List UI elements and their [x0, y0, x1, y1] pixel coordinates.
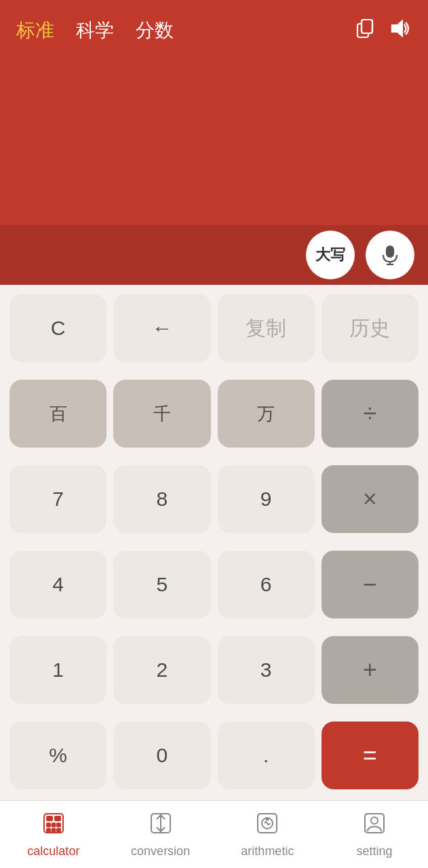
- nav-item-conversion[interactable]: conversion: [107, 801, 214, 868]
- key-4[interactable]: 4: [9, 551, 106, 618]
- key-9[interactable]: 9: [218, 465, 315, 533]
- key-row-1: 百千万÷: [9, 380, 419, 458]
- key-equals[interactable]: =: [322, 722, 419, 789]
- svg-point-22: [371, 817, 378, 824]
- key-tenthousand[interactable]: 万: [218, 380, 315, 448]
- mic-button[interactable]: [366, 231, 414, 279]
- svg-rect-8: [47, 816, 52, 821]
- svg-rect-9: [55, 816, 60, 821]
- svg-rect-10: [47, 823, 50, 827]
- svg-marker-3: [392, 21, 402, 36]
- key-row-2: 789×: [9, 465, 419, 544]
- key-backspace[interactable]: ←: [113, 294, 210, 362]
- display-area: [0, 61, 428, 225]
- key-row-4: 123+: [9, 636, 419, 715]
- svg-rect-12: [57, 823, 60, 827]
- svg-rect-15: [57, 829, 60, 832]
- key-subtract[interactable]: −: [322, 551, 419, 618]
- key-divide[interactable]: ÷: [322, 380, 419, 448]
- key-percent[interactable]: %: [9, 722, 106, 789]
- svg-rect-14: [52, 829, 55, 832]
- tab-fraction[interactable]: 分数: [136, 18, 174, 43]
- key-row-3: 456−: [9, 551, 419, 629]
- arithmetic-icon: [255, 811, 279, 840]
- key-1[interactable]: 1: [9, 636, 106, 704]
- nav-item-arithmetic[interactable]: arithmetic: [214, 801, 322, 868]
- nav-item-setting[interactable]: setting: [321, 801, 428, 868]
- svg-rect-13: [47, 829, 50, 832]
- key-8[interactable]: 8: [113, 465, 210, 533]
- calculator-icon: [41, 811, 66, 840]
- key-row-5: %0.=: [9, 722, 419, 800]
- svg-point-20: [267, 818, 269, 820]
- key-thousand[interactable]: 千: [113, 380, 210, 448]
- key-copy[interactable]: 复制: [218, 294, 315, 362]
- tab-science[interactable]: 科学: [76, 18, 114, 43]
- key-multiply[interactable]: ×: [322, 465, 419, 533]
- nav-item-calculator[interactable]: calculator: [0, 801, 107, 868]
- key-2[interactable]: 2: [113, 636, 210, 704]
- nav-icons: [353, 17, 412, 45]
- key-clear[interactable]: C: [9, 294, 106, 362]
- nav-tabs: 标准 科学 分数: [16, 18, 353, 43]
- key-history[interactable]: 历史: [322, 294, 419, 362]
- rotate-icon[interactable]: [353, 17, 376, 45]
- tab-standard[interactable]: 标准: [16, 18, 54, 43]
- arithmetic-label: arithmetic: [241, 844, 294, 859]
- sound-icon[interactable]: [389, 17, 412, 45]
- calculator-label: calculator: [27, 844, 79, 859]
- header: 标准 科学 分数: [0, 0, 428, 285]
- key-6[interactable]: 6: [218, 551, 315, 618]
- uppercase-button[interactable]: 大写: [306, 231, 355, 279]
- key-hundred[interactable]: 百: [9, 380, 106, 448]
- setting-icon: [362, 811, 387, 840]
- key-decimal[interactable]: .: [218, 722, 315, 789]
- nav-bar: 标准 科学 分数: [0, 0, 428, 61]
- key-0[interactable]: 0: [113, 722, 210, 789]
- conversion-icon: [149, 811, 173, 840]
- action-row: 大写: [0, 225, 428, 285]
- key-row-0: C←复制历史: [9, 294, 419, 373]
- key-7[interactable]: 7: [9, 465, 106, 533]
- key-3[interactable]: 3: [218, 636, 315, 704]
- svg-rect-1: [362, 20, 372, 33]
- key-5[interactable]: 5: [113, 551, 210, 618]
- conversion-label: conversion: [131, 844, 190, 859]
- svg-rect-4: [387, 246, 393, 257]
- svg-rect-11: [52, 823, 55, 827]
- keypad: C←复制历史百千万÷789×456−123+%0.=: [0, 285, 428, 807]
- setting-label: setting: [357, 844, 393, 859]
- key-add[interactable]: +: [322, 636, 419, 704]
- bottom-nav: calculator conversion arithmetic: [0, 800, 428, 868]
